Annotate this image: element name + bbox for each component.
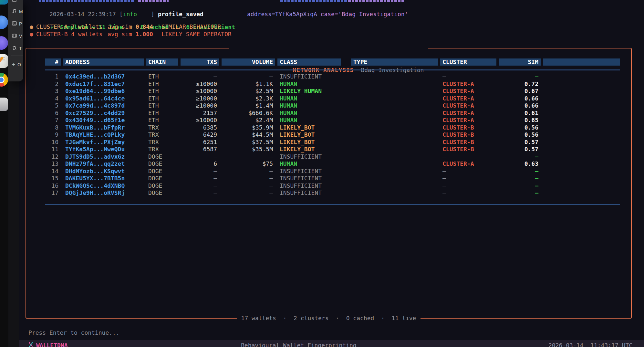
top-cluster-line: ●CLUSTER-B4 walletsavg sim 1.000LIKELY S… [30,31,232,38]
cell-cluster: — [440,153,496,161]
cell-row-index: 4 [45,95,61,102]
clipped-log-fragment [280,0,347,2]
cell-cluster: CLUSTER-B [440,139,496,146]
cell-row-index: 5 [45,102,61,110]
cell-sim: — [499,189,541,197]
table-row: 15DAKEU5YX...7BTB5nDOGE——INSUFFICIENT—— [45,175,620,182]
cell-chain: ETH [146,73,178,80]
cell-class: INSUFFICIENT [277,73,341,80]
column-header-txs: TXS [181,58,219,66]
cell-type [351,131,438,139]
cell-type [351,88,438,95]
cell-type [351,80,438,88]
cell-txs: — [181,189,219,197]
cell-class: HUMAN [277,95,341,102]
desktop-screen: 2026-03-14 22:39:17 [info ] profile_save… [0,0,644,347]
column-header-address: ADDRESS [63,58,144,66]
cell-row-index: 2 [45,80,61,88]
table-row: 60xc27529...c4dd29ETH2157$660.6KHUMANCLU… [45,110,620,117]
table-row: 12DJTS9dD5...advxGzDOGE——INSUFFICIENT—— [45,153,620,161]
cell-blank [543,153,620,161]
cell-wallet-address: DHdMYozb...KSqwvt [63,168,144,175]
cell-chain: ETH [146,102,178,110]
cell-class: INSUFFICIENT [277,182,341,190]
menu-item-p[interactable]: P [12,20,22,28]
cell-blank [543,182,620,190]
cell-wallet-address: DJTS9dD5...advxGz [63,153,144,161]
browser-blue-icon[interactable] [0,16,8,29]
dock [0,0,8,347]
app-green-icon[interactable] [0,0,8,5]
table-row: 9TBAqYLHE...cQPLkyTRX6429$44.5MLIKELY_BO… [45,131,620,139]
cell-row-index: 6 [45,110,61,117]
table-row: 10x4c39ed...b2d367ETH——INSUFFICIENT—— [45,73,620,80]
chrome-icon[interactable] [0,73,8,87]
cell-cluster: CLUSTER-B [440,146,496,153]
cell-wallet-address: 0x430f49...d65f1e [63,117,144,124]
cell-sim: 0.67 [499,88,541,95]
cell-chain: TRX [146,124,178,131]
app-subtitle: Behavioural Wallet Fingerprinting [241,342,357,347]
column-header-sim: SIM [499,58,541,66]
cell-row-index: 16 [45,182,61,190]
top-cluster-lines: ●CLUSTER-A7 walletsavg sim 0.844SIMILAR … [30,23,232,38]
menu-item-label: P [19,21,22,26]
menu-item-label: V [19,34,22,39]
cell-type [351,189,438,197]
top-cluster-line: ●CLUSTER-A7 walletsavg sim 0.844SIMILAR … [30,23,232,31]
notes-icon[interactable] [0,54,8,68]
menu-item-v[interactable]: V [12,32,22,40]
cell-sim: — [499,73,541,80]
app-purple-icon[interactable] [0,36,8,50]
menu-item-clipped[interactable] [12,0,17,4]
cell-cluster: — [440,182,496,190]
cell-type [351,95,438,102]
cell-sim: — [499,182,541,190]
files-gray-icon[interactable] [0,98,8,111]
cell-cluster: CLUSTER-A [440,88,496,95]
menu-item-label: T [19,46,22,51]
cell-blank [543,124,620,131]
menu-item-m[interactable]: M [12,8,23,16]
column-header-type: TYPE [351,58,438,66]
cell-class: INSUFFICIENT [277,168,341,175]
table-row: 16DCkWGQSc...4dXNBQDOGE——INSUFFICIENT—— [45,182,620,190]
cell-txs: 6 [181,160,219,168]
column-header-chain: CHAIN [146,58,178,66]
table-row: 70x430f49...d65f1eETH≥10000$2.4MHUMANCLU… [45,117,620,124]
cell-chain: DOGE [146,182,178,190]
app-status-bar: WALLETDNA Behavioural Wallet Fingerprint… [19,340,644,347]
clipped-log-fragment [348,0,404,2]
dna-icon [28,342,33,347]
cell-cluster: CLUSTER-A [440,80,496,88]
cell-sim: 0.61 [499,110,541,117]
menu-item-other-locations[interactable]: + O [12,61,21,68]
cell-class: LIKELY_BOT [277,146,341,153]
cell-wallet-address: TJGwMkvf...PXjZmy [63,139,144,146]
panel-footer-row: 17 wallets · 2 clusters · 0 cached · 11 … [26,315,632,322]
cell-blank [543,95,620,102]
clipped-log-fragment [138,0,169,2]
cell-cluster: CLUSTER-A [440,117,496,124]
menu-item-t[interactable]: T [12,45,22,52]
cell-txs: 6251 [181,139,219,146]
cell-blank [543,146,620,153]
cell-volume: — [222,168,275,175]
cell-blank [543,160,620,168]
table-row: 8TVM6KuxB...bFfpRrTRX6385$35.9MLIKELY_BO… [45,124,620,131]
cell-type [351,175,438,182]
film-icon [12,33,17,39]
cell-type [351,160,438,168]
app-name: WALLETDNA [36,342,68,347]
cell-txs: ≥10000 [181,95,219,102]
column-header-volume: VOLUME [222,58,275,66]
cell-wallet-address: DQGjJe9H...oRVSRj [63,189,144,197]
cell-row-index: 11 [45,146,61,153]
log-address: address=TYfKa5ApXiqA [247,11,321,17]
cell-chain: TRX [146,139,178,146]
cell-sim: 0.66 [499,102,541,110]
cell-sim: — [499,168,541,175]
cell-chain: DOGE [146,175,178,182]
cell-blank [543,189,620,197]
cell-cluster: — [440,168,496,175]
